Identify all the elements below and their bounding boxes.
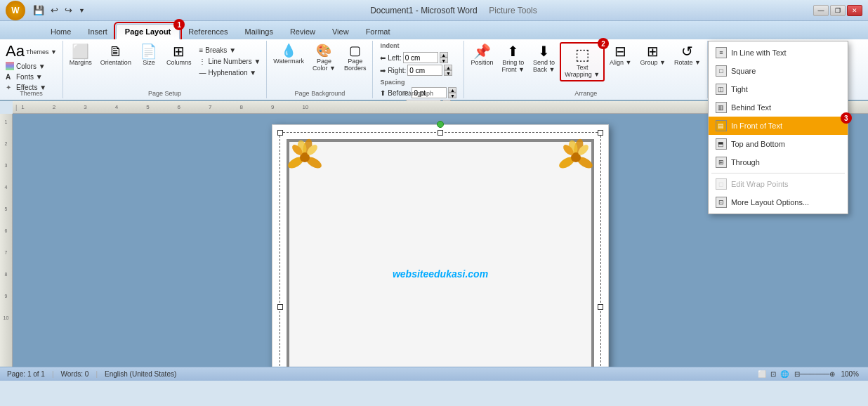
line-numbers-button[interactable]: ⋮ Line Numbers ▼ xyxy=(196,56,263,67)
position-button[interactable]: 📌 Position xyxy=(467,42,497,68)
quick-access-toolbar: 💾 ↩ ↪ ▼ xyxy=(31,4,87,17)
handle-tm[interactable] xyxy=(438,130,443,136)
menu-item-tight[interactable]: ◫ Tight xyxy=(709,80,848,98)
corner-decoration-tl xyxy=(284,136,326,178)
status-page: Page: 1 of 1 xyxy=(7,370,45,378)
menu-item-inline[interactable]: ≡ In Line with Text xyxy=(709,44,848,62)
title-bar: W 💾 ↩ ↪ ▼ Document1 - Microsoft Word Pic… xyxy=(0,0,868,21)
page-borders-button[interactable]: ▢ PageBorders xyxy=(341,42,370,74)
menu-square-icon: □ xyxy=(716,65,727,77)
zoom-slider[interactable]: ⊟──────⊕ xyxy=(794,370,836,378)
page-setup-group: ⬜ Margins 🗎 Orientation 📄 Size ⊞ Columns… xyxy=(63,41,268,98)
menu-inline-icon: ≡ xyxy=(716,47,727,58)
tab-insert[interactable]: Insert xyxy=(79,24,116,39)
themes-button[interactable]: Aa Themes ▼ xyxy=(3,42,60,60)
page-borders-icon: ▢ xyxy=(349,44,361,57)
page-color-icon: 🎨 xyxy=(316,44,331,57)
status-separator2: | xyxy=(96,370,98,378)
arrange-group: 📌 Position ⬆ Bring toFront ▼ ⬇ Send toBa… xyxy=(464,41,707,98)
group-button[interactable]: ⊞ Group ▼ xyxy=(637,42,669,68)
menu-item-behind[interactable]: ▥ Behind Text xyxy=(709,98,848,117)
size-button[interactable]: 📄 Size xyxy=(136,42,162,68)
indent-right-input[interactable] xyxy=(407,65,442,76)
menu-topbottom-label: Top and Bottom xyxy=(731,140,785,148)
tab-page-layout[interactable]: Page Layout 1 xyxy=(116,24,180,39)
view-icon-full[interactable]: ⊡ xyxy=(770,370,776,378)
menu-editwrap-icon: ◻ xyxy=(716,178,727,190)
fonts-label: Fonts ▼ xyxy=(16,73,43,81)
fonts-button[interactable]: A Fonts ▼ xyxy=(3,72,46,82)
view-icon-print[interactable]: ⬜ xyxy=(758,370,766,378)
indent-right-down[interactable]: ▼ xyxy=(444,70,452,76)
indent-left-row: ⬅ Left: ▲▼ xyxy=(380,52,447,63)
handle-ml[interactable] xyxy=(277,304,283,310)
menu-item-square[interactable]: □ Square xyxy=(709,62,848,80)
status-words: Words: 0 xyxy=(61,370,89,378)
menu-item-topbottom[interactable]: ⬒ Top and Bottom xyxy=(709,135,848,153)
indent-left-input[interactable] xyxy=(403,52,438,63)
menu-through-icon: ⊞ xyxy=(716,157,727,168)
page-setup-group-label: Page Setup xyxy=(63,90,267,97)
customize-icon[interactable]: ▼ xyxy=(77,6,87,15)
rotate-button[interactable]: ↺ Rotate ▼ xyxy=(671,42,704,68)
menu-editwrap-label: Edit Wrap Points xyxy=(731,180,789,188)
bring-to-front-button[interactable]: ⬆ Bring toFront ▼ xyxy=(498,42,527,75)
margins-icon: ⬜ xyxy=(72,44,89,58)
menu-tight-icon: ◫ xyxy=(716,84,727,95)
office-button[interactable]: W xyxy=(6,1,25,20)
window-title: Document1 - Microsoft Word Picture Tools xyxy=(94,6,813,15)
menu-square-label: Square xyxy=(731,67,756,75)
menu-item-more[interactable]: ⊡ More Layout Options... xyxy=(709,193,848,211)
tab-home[interactable]: Home xyxy=(42,24,79,39)
orientation-button[interactable]: 🗎 Orientation xyxy=(97,42,135,68)
breaks-button[interactable]: ≡ Breaks ▼ xyxy=(196,45,263,55)
handle-tr[interactable] xyxy=(598,130,603,136)
margins-button[interactable]: ⬜ Margins xyxy=(66,42,96,68)
colors-button[interactable]: Colors ▼ xyxy=(3,60,48,72)
undo-icon[interactable]: ↩ xyxy=(48,4,60,17)
indent-left-up[interactable]: ▲ xyxy=(440,52,448,58)
tab-review[interactable]: Review xyxy=(282,24,324,39)
handle-mr[interactable] xyxy=(598,304,603,310)
menu-topbottom-icon: ⬒ xyxy=(716,138,727,150)
tab-references[interactable]: References xyxy=(180,24,236,39)
status-bar: Page: 1 of 1 | Words: 0 | English (Unite… xyxy=(0,367,868,381)
menu-item-infront[interactable]: ▤ In Front of Text 3 xyxy=(709,117,848,135)
columns-button[interactable]: ⊞ Columns xyxy=(163,42,195,68)
view-icon-web[interactable]: 🌐 xyxy=(780,370,789,378)
themes-group: Aa Themes ▼ Colors ▼ A Fonts ▼ ✦ Effects… xyxy=(0,41,63,98)
hyphenation-button[interactable]: — Hyphenation ▼ xyxy=(196,67,263,78)
ribbon-toolbar: Aa Themes ▼ Colors ▼ A Fonts ▼ ✦ Effects… xyxy=(0,39,868,101)
spacing-label: Spacing xyxy=(380,79,405,86)
indent-right-up[interactable]: ▲ xyxy=(444,65,452,70)
tab-format[interactable]: Format xyxy=(357,24,399,39)
indent-label: Indent xyxy=(380,42,399,49)
redo-icon[interactable]: ↪ xyxy=(63,4,74,17)
page-border-frame: websiteedukasi.com xyxy=(287,139,594,367)
tab-mailings[interactable]: Mailings xyxy=(237,24,282,39)
zoom-level: 100% xyxy=(841,370,859,378)
handle-tl[interactable] xyxy=(277,130,283,136)
document-page: websiteedukasi.com xyxy=(272,124,609,367)
menu-item-through[interactable]: ⊞ Through xyxy=(709,153,848,171)
resize-handle-top[interactable] xyxy=(437,121,444,128)
restore-button[interactable]: ❐ xyxy=(830,5,846,16)
align-button[interactable]: ⊟ Align ▼ xyxy=(606,42,635,68)
indent-left-down[interactable]: ▼ xyxy=(440,58,448,63)
window-controls: — ❐ ✕ xyxy=(813,5,862,16)
themes-label: Themes ▼ xyxy=(26,48,57,55)
tab-view[interactable]: View xyxy=(324,24,357,39)
send-to-back-button[interactable]: ⬇ Send toBack ▼ xyxy=(530,42,558,75)
ribbon-tabs: Home Insert Page Layout 1 References Mai… xyxy=(0,21,868,39)
text-wrapping-icon: ⬚ xyxy=(575,46,590,64)
minimize-button[interactable]: — xyxy=(813,5,829,16)
close-button[interactable]: ✕ xyxy=(847,5,862,16)
colors-label: Colors ▼ xyxy=(16,63,46,70)
save-icon[interactable]: 💾 xyxy=(31,4,46,17)
themes-icon: Aa xyxy=(6,44,25,59)
text-wrapping-button[interactable]: ⬚ TextWrapping ▼ 2 xyxy=(560,42,605,81)
rotate-icon: ↺ xyxy=(681,44,693,58)
watermark-button[interactable]: 💧 Watermark xyxy=(270,42,308,67)
menu-infront-label: In Front of Text xyxy=(731,122,782,130)
page-color-button[interactable]: 🎨 PageColor ▼ xyxy=(309,42,339,74)
